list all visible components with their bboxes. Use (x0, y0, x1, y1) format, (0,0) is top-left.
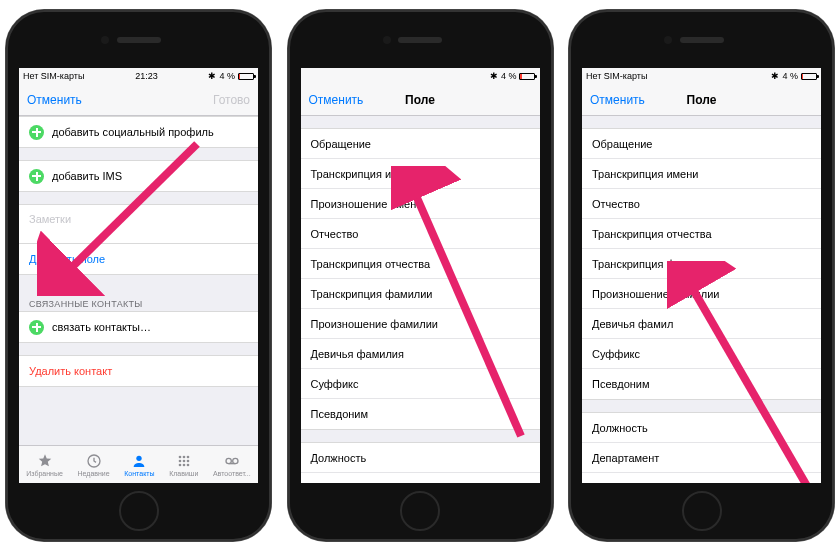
field-group-2: Должность Департамент Транскрипция назва… (301, 442, 540, 483)
row-label: связать контакты… (52, 321, 151, 333)
row-label: Удалить контакт (29, 365, 112, 377)
add-ims-row[interactable]: добавить IMS (19, 161, 258, 191)
item-label: Транскрипция имени (592, 168, 698, 180)
list-item[interactable]: Транскрипция фамилии (582, 249, 821, 279)
list-item[interactable]: Транскрипция отчества (582, 219, 821, 249)
svg-point-5 (186, 455, 189, 458)
list-item[interactable]: Обращение (301, 129, 540, 159)
cancel-button[interactable]: Отменить (27, 93, 82, 107)
svg-point-10 (182, 463, 185, 466)
link-contacts-row[interactable]: связать контакты… (19, 312, 258, 342)
cancel-button[interactable]: Отменить (590, 93, 645, 107)
item-label: Суффикс (311, 378, 359, 390)
status-bar: ✱ 4 % (301, 68, 540, 84)
carrier-label: Нет SIM-карты (23, 71, 84, 81)
item-label: Транскрипция отчества (311, 258, 431, 270)
list-item[interactable]: Произношение имени (301, 189, 540, 219)
battery-pct: 4 % (501, 71, 517, 81)
list-item[interactable]: Девичья фамил (582, 309, 821, 339)
plus-icon (29, 320, 44, 335)
home-button[interactable] (682, 491, 722, 531)
item-label: Отчество (592, 198, 640, 210)
tab-voicemail[interactable]: Автоответ... (213, 453, 251, 477)
list-item[interactable]: Произношение фамилии (582, 279, 821, 309)
field-group-2: Должность Департамент Транскрипция назва… (582, 412, 821, 483)
notes-field[interactable]: Заметки (19, 204, 258, 244)
list-item[interactable]: Произношение фамилии (301, 309, 540, 339)
battery-icon (801, 73, 817, 80)
list-item[interactable]: Транскрипция отчества (301, 249, 540, 279)
screen: Нет SIM-карты 21:23 ✱ 4 % Отменить Готов… (19, 68, 258, 483)
list-item[interactable]: Псевдоним (301, 399, 540, 429)
item-label: Транскрипция имени (311, 168, 417, 180)
battery-pct: 4 % (782, 71, 798, 81)
phone-speaker (398, 37, 442, 43)
item-label: Произношение фамилии (592, 288, 719, 300)
item-label: Транскрипция отчества (592, 228, 712, 240)
clock-icon (85, 453, 103, 469)
list-item[interactable]: Транскрипция фамилии (301, 279, 540, 309)
status-bar: Нет SIM-карты ✱ 4 % (582, 68, 821, 84)
list-item[interactable]: Департамент (301, 473, 540, 483)
battery-icon (519, 73, 535, 80)
svg-point-13 (232, 458, 237, 463)
list-item[interactable]: Транскрипция названия компании (582, 473, 821, 483)
clock: 21:23 (135, 71, 158, 81)
item-label: Департамент (311, 482, 378, 484)
list-item[interactable]: Отчество (301, 219, 540, 249)
item-label: Должность (311, 452, 367, 464)
list-item[interactable]: Псевдоним (582, 369, 821, 399)
item-label: Девичья фамилия (311, 348, 404, 360)
list-item[interactable]: Суффикс (301, 369, 540, 399)
add-social-row[interactable]: добавить социальный профиль (19, 117, 258, 147)
add-field-button[interactable]: Добавить поле (19, 244, 258, 274)
tab-label: Недавние (78, 470, 110, 477)
svg-point-4 (182, 455, 185, 458)
tab-recents[interactable]: Недавние (78, 453, 110, 477)
keypad-icon (175, 453, 193, 469)
list-item[interactable]: Девичья фамилия (301, 339, 540, 369)
item-label: Произношение фамилии (311, 318, 438, 330)
linked-contacts-header: СВЯЗАННЫЕ КОНТАКТЫ (19, 295, 258, 311)
list-item[interactable]: Должность (301, 443, 540, 473)
list-item[interactable]: Должность (582, 413, 821, 443)
field-group-1: Обращение Транскрипция имени Произношени… (301, 128, 540, 430)
item-label: Суффикс (592, 348, 640, 360)
phone-2: ✱ 4 % Отменить Поле Обращение Транскрипц… (288, 10, 553, 541)
item-label: Псевдоним (592, 378, 650, 390)
svg-point-7 (182, 459, 185, 462)
list-item[interactable]: Транскрипция имени (582, 159, 821, 189)
battery-icon (238, 73, 254, 80)
screen: Нет SIM-карты ✱ 4 % Отменить Поле Обраще… (582, 68, 821, 483)
tab-label: Избранные (26, 470, 63, 477)
item-label: Произношение имени (311, 198, 423, 210)
list-item[interactable]: Отчество (582, 189, 821, 219)
home-button[interactable] (119, 491, 159, 531)
tab-label: Клавиши (169, 470, 198, 477)
svg-point-6 (178, 459, 181, 462)
svg-point-11 (186, 463, 189, 466)
home-button[interactable] (400, 491, 440, 531)
navbar: Отменить Поле (301, 84, 540, 116)
plus-icon (29, 169, 44, 184)
content: Обращение Транскрипция имени Отчество Тр… (582, 116, 821, 483)
list-item[interactable]: Транскрипция имени (301, 159, 540, 189)
list-item[interactable]: Суффикс (582, 339, 821, 369)
tab-keypad[interactable]: Клавиши (169, 453, 198, 477)
content: Обращение Транскрипция имени Произношени… (301, 116, 540, 483)
list-item[interactable]: Департамент (582, 443, 821, 473)
svg-point-12 (226, 458, 231, 463)
cancel-button[interactable]: Отменить (309, 93, 364, 107)
list-item[interactable]: Обращение (582, 129, 821, 159)
tab-contacts[interactable]: Контакты (124, 453, 154, 477)
tab-favorites[interactable]: Избранные (26, 453, 63, 477)
delete-contact-button[interactable]: Удалить контакт (19, 356, 258, 386)
bluetooth-icon: ✱ (208, 71, 216, 81)
row-label: добавить IMS (52, 170, 122, 182)
bluetooth-icon: ✱ (490, 71, 498, 81)
star-icon (36, 453, 54, 469)
item-label: Обращение (592, 138, 652, 150)
plus-icon (29, 125, 44, 140)
done-button[interactable]: Готово (213, 93, 250, 107)
tab-label: Автоответ... (213, 470, 251, 477)
